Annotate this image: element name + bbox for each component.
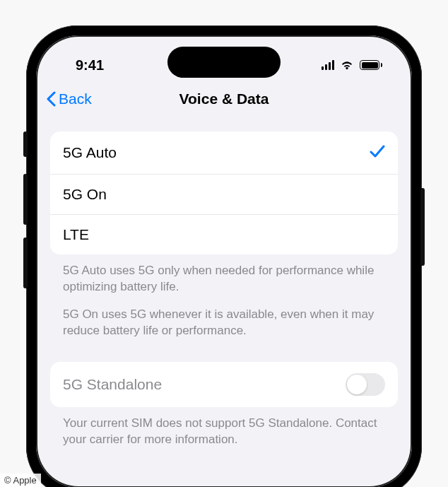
- battery-icon: [360, 60, 382, 70]
- standalone-group: 5G Standalone: [50, 362, 398, 407]
- chevron-left-icon: [46, 91, 56, 107]
- options-group: 5G Auto 5G On LTE: [50, 131, 398, 254]
- screen: 9:41 Back Voice & Da: [36, 35, 412, 487]
- standalone-label: 5G Standalone: [63, 376, 162, 393]
- option-5g-on[interactable]: 5G On: [50, 175, 398, 215]
- cellular-icon: [322, 60, 334, 70]
- standalone-footer: Your current SIM does not support 5G Sta…: [50, 407, 398, 457]
- page-title: Voice & Data: [179, 90, 269, 107]
- option-label: 5G On: [63, 186, 107, 203]
- volume-up-button: [23, 174, 28, 225]
- volume-down-button: [23, 237, 28, 288]
- content: 5G Auto 5G On LTE 5G Auto uses 5G only w…: [36, 119, 412, 457]
- checkmark-icon: [370, 143, 385, 163]
- standalone-toggle[interactable]: [346, 373, 385, 396]
- status-time: 9:41: [76, 57, 104, 74]
- option-5g-auto[interactable]: 5G Auto: [50, 131, 398, 175]
- options-footer-1: 5G Auto uses 5G only when needed for per…: [50, 254, 398, 304]
- option-label: LTE: [63, 226, 89, 243]
- power-button: [420, 188, 425, 266]
- option-lte[interactable]: LTE: [50, 215, 398, 254]
- wifi-icon: [340, 60, 354, 70]
- attribution: © Apple: [0, 474, 41, 487]
- options-footer-2: 5G On uses 5G whenever it is available, …: [50, 304, 398, 348]
- option-label: 5G Auto: [63, 144, 117, 161]
- back-label: Back: [59, 90, 92, 107]
- nav-bar: Back Voice & Data: [36, 79, 412, 119]
- back-button[interactable]: Back: [46, 90, 92, 107]
- phone-frame: 9:41 Back Voice & Da: [26, 25, 422, 487]
- status-icons: [322, 60, 382, 70]
- toggle-knob: [347, 375, 367, 394]
- standalone-row[interactable]: 5G Standalone: [50, 362, 398, 407]
- side-button: [23, 131, 28, 157]
- dynamic-island: [167, 47, 281, 78]
